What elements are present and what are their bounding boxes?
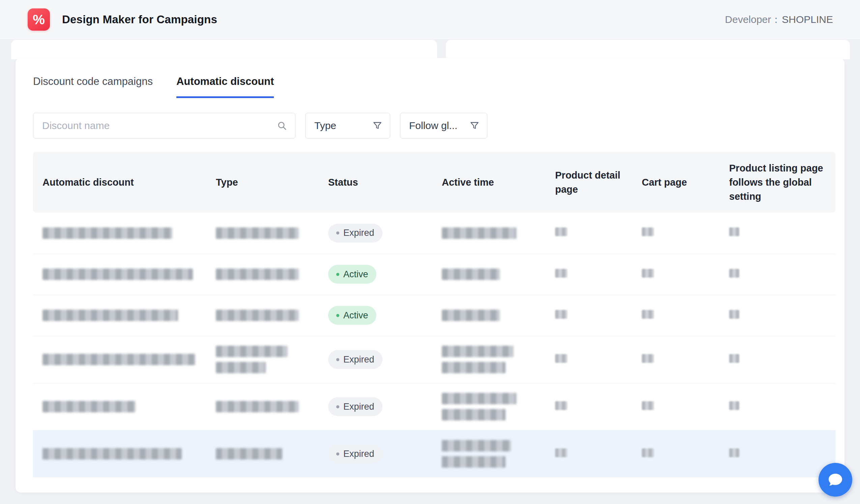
redacted-type (216, 401, 299, 412)
redacted-cart-page-toggle (642, 310, 654, 319)
developer-value: SHOPLINE (782, 14, 833, 25)
redacted-cart-page-toggle (642, 354, 654, 363)
redacted-global-setting (729, 227, 739, 236)
redacted-active-time (442, 362, 505, 373)
follow-global-filter-dropdown[interactable]: Follow gl... (400, 113, 487, 138)
col-product-detail-page: Product detail page (546, 152, 632, 212)
filter-funnel-icon (372, 121, 383, 131)
redacted-product-detail-toggle (555, 227, 567, 236)
status-dot (336, 314, 339, 317)
chat-bubble-icon (827, 472, 844, 488)
discount-name-search[interactable] (33, 113, 296, 138)
redacted-product-detail-toggle (555, 269, 567, 278)
redacted-product-detail-toggle (555, 401, 567, 410)
col-cart-page: Cart page (632, 152, 720, 212)
tab-automatic-discount[interactable]: Automatic discount (176, 75, 274, 98)
col-product-listing-global: Product listing page follows the global … (720, 152, 835, 212)
tab-bar: Discount code campaigns Automatic discou… (15, 58, 845, 98)
redacted-active-time (442, 440, 511, 451)
chat-launcher-button[interactable] (818, 463, 852, 496)
col-type: Type (206, 152, 319, 212)
peek-card-left (11, 40, 437, 59)
table-row[interactable]: Expired (33, 430, 835, 477)
table-row[interactable]: Expired (33, 336, 835, 383)
search-input[interactable] (42, 120, 277, 131)
redacted-discount-name (43, 310, 178, 321)
redacted-type (216, 227, 299, 239)
redacted-product-detail-toggle (555, 354, 567, 363)
col-active-time: Active time (432, 152, 546, 212)
table-row[interactable]: Active (33, 254, 835, 295)
redacted-type (216, 448, 282, 460)
main-card: Discount code campaigns Automatic discou… (15, 58, 845, 492)
status-dot (336, 232, 339, 235)
redacted-active-time (442, 346, 514, 357)
status-dot (336, 273, 339, 276)
redacted-global-setting (729, 310, 739, 319)
redacted-cart-page-toggle (642, 227, 654, 236)
discount-table: Automatic discount Type Status Active ti… (33, 152, 835, 477)
table-row[interactable]: Active (33, 295, 835, 336)
col-automatic-discount: Automatic discount (33, 152, 206, 212)
redacted-type (216, 268, 299, 280)
redacted-global-setting (729, 401, 739, 410)
redacted-cart-page-toggle (642, 448, 654, 457)
redacted-global-setting (729, 448, 739, 457)
redacted-type (216, 362, 266, 373)
redacted-discount-name (43, 401, 135, 412)
redacted-active-time (442, 409, 505, 420)
status-badge: Active (328, 306, 376, 325)
status-badge: Expired (328, 350, 383, 369)
status-badge: Expired (328, 444, 383, 463)
status-badge: Expired (328, 224, 383, 242)
redacted-global-setting (729, 354, 739, 363)
page-title: Design Maker for Campaigns (62, 13, 217, 26)
developer-info: Developer： SHOPLINE (725, 13, 833, 27)
search-icon (277, 121, 287, 131)
filter-row: Type Follow gl... (33, 113, 845, 138)
redacted-discount-name (43, 354, 195, 365)
redacted-discount-name (43, 227, 172, 239)
table-header-row: Automatic discount Type Status Active ti… (33, 152, 835, 212)
redacted-product-detail-toggle (555, 310, 567, 319)
col-status: Status (319, 152, 432, 212)
filter-funnel-icon (470, 121, 479, 131)
redacted-cart-page-toggle (642, 401, 654, 410)
redacted-product-detail-toggle (555, 448, 567, 457)
percent-app-icon: % (28, 9, 50, 31)
redacted-global-setting (729, 269, 739, 278)
redacted-active-time (442, 227, 516, 239)
redacted-active-time (442, 310, 500, 321)
developer-label: Developer： (725, 13, 782, 27)
peek-card-right (446, 40, 850, 59)
redacted-cart-page-toggle (642, 269, 654, 278)
follow-global-filter-label: Follow gl... (409, 120, 457, 131)
redacted-active-time (442, 268, 500, 280)
status-dot (336, 453, 339, 456)
type-filter-label: Type (314, 120, 336, 131)
table-row[interactable]: Expired (33, 383, 835, 430)
app-header: % Design Maker for Campaigns Developer： … (0, 0, 860, 39)
redacted-discount-name (43, 448, 182, 460)
type-filter-dropdown[interactable]: Type (305, 113, 390, 138)
status-badge: Active (328, 265, 376, 284)
redacted-active-time (442, 393, 516, 404)
redacted-type (216, 310, 299, 321)
status-badge: Expired (328, 397, 383, 416)
tab-discount-code-campaigns[interactable]: Discount code campaigns (33, 75, 153, 98)
redacted-active-time (442, 456, 505, 468)
status-dot (336, 405, 339, 408)
redacted-discount-name (43, 268, 193, 280)
table-row[interactable]: Expired (33, 212, 835, 254)
status-dot (336, 358, 339, 361)
redacted-type (216, 346, 288, 357)
